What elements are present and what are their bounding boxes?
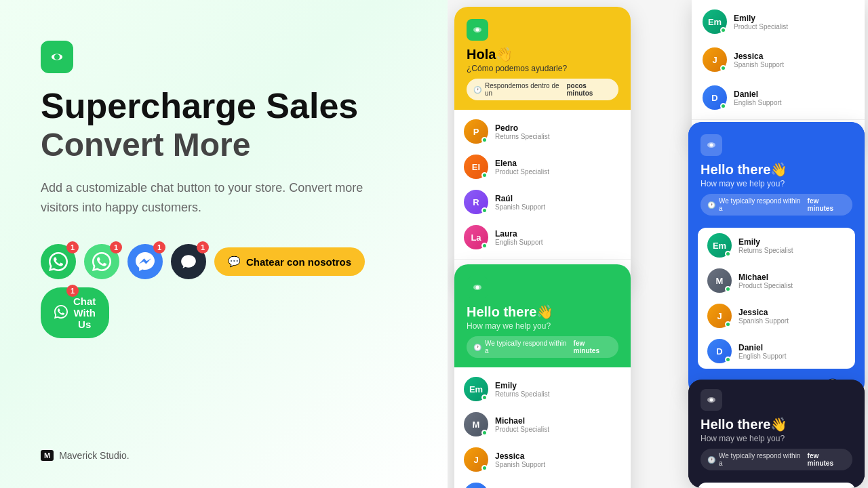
svg-point-6 xyxy=(710,144,713,147)
headline: Supercharge Sales Convert More xyxy=(41,87,407,165)
agent-elena-info: Elena Product Specialist xyxy=(495,159,549,176)
widget-yellow-agents: P Pedro Returns Specialist El Elena Prod… xyxy=(454,110,631,259)
agent-emily-d[interactable]: Em Emily Returns Specialist xyxy=(698,483,855,488)
response-bold: pocos minutos xyxy=(566,82,612,97)
agent-raul-name: Raúl xyxy=(495,194,545,203)
widget-blue: Hello there👋 How may we help you? 🕐 We t… xyxy=(688,122,865,396)
badge-2: 1 xyxy=(110,241,122,253)
agent-jessica-wt-name: Jessica xyxy=(734,52,784,61)
widget-yellow-greeting: Hola👋 xyxy=(467,46,618,62)
agent-jessica-wt-role: Spanish Support xyxy=(734,61,784,68)
agent-emily-b-name: Emily xyxy=(738,237,793,247)
widget-dark-subtitle: How may we help you? xyxy=(701,434,852,443)
agent-raul-avatar: R xyxy=(464,190,488,214)
agent-raul-role: Spanish Support xyxy=(495,203,545,211)
widget-dark: Hello there👋 How may we help you? 🕐 We t… xyxy=(688,380,865,488)
agent-daniel-g[interactable]: D Daniel English Support xyxy=(454,477,631,488)
agent-elena[interactable]: El Elena Product Specialist xyxy=(454,149,631,184)
agent-jessica-wt[interactable]: J Jessica Spanish Support xyxy=(692,41,865,79)
agent-daniel-b-avatar: D xyxy=(707,339,732,363)
agent-michael-g-name: Michael xyxy=(495,416,549,426)
clock-icon-d: 🕐 xyxy=(707,456,715,464)
agent-daniel-wt-avatar: D xyxy=(703,85,727,110)
agent-laura-name: Laura xyxy=(495,229,543,239)
agent-raul-info: Raúl Spanish Support xyxy=(495,194,545,211)
agent-daniel-b-name: Daniel xyxy=(738,343,787,352)
agent-emily-g-role: Returns Specialist xyxy=(495,390,550,398)
widget-logo-green xyxy=(467,277,488,298)
widget-dark-greeting: Hello there👋 xyxy=(701,416,852,432)
chatear-icon: 💬 xyxy=(228,256,241,268)
agent-jessica-b-avatar: J xyxy=(707,304,732,328)
agent-jessica-g-name: Jessica xyxy=(495,451,545,461)
whatsapp-icon-2[interactable]: 1 xyxy=(84,244,119,279)
agent-jessica-g-role: Spanish Support xyxy=(495,461,545,468)
agent-daniel-wt-role: English Support xyxy=(734,99,782,106)
chat-icon[interactable]: 1 xyxy=(171,244,206,279)
agent-michael-g[interactable]: M Michael Product Specialist xyxy=(454,407,631,442)
agent-daniel-g-avatar: D xyxy=(464,483,488,488)
agent-jessica-g-info: Jessica Spanish Support xyxy=(495,451,545,468)
agent-michael-b[interactable]: M Michael Product Specialist xyxy=(698,263,855,298)
agent-jessica-wt-avatar: J xyxy=(703,47,727,72)
widget-green-subtitle: How may we help you? xyxy=(467,321,618,331)
whatsapp-icon-1[interactable]: 1 xyxy=(41,244,76,279)
agent-elena-role: Product Specialist xyxy=(495,168,549,176)
agent-jessica-b-role: Spanish Support xyxy=(738,317,789,325)
agent-emily-b-info: Emily Returns Specialist xyxy=(738,237,793,254)
widget-logo-dark xyxy=(701,389,722,411)
agent-michael-b-role: Product Specialist xyxy=(738,282,793,289)
response-text-d: We typically respond within a xyxy=(719,452,804,467)
widget-green-header: Hello there👋 How may we help you? 🕐 We t… xyxy=(454,264,631,367)
agent-emily-b[interactable]: Em Emily Returns Specialist xyxy=(698,228,855,263)
widget-blue-agents-container: Em Emily Returns Specialist M Michael Pr… xyxy=(698,228,855,369)
agent-pedro-avatar: P xyxy=(464,119,488,144)
badge-3: 1 xyxy=(153,241,165,253)
agent-emily-wt[interactable]: Em Emily Product Specialist xyxy=(692,3,865,41)
widget-dark-response: 🕐 We typically respond within a few minu… xyxy=(701,449,852,470)
widget-yellow-subtitle: ¿Cómo podemos ayudarle? xyxy=(467,64,618,73)
agent-emily-wt-avatar: Em xyxy=(703,9,727,34)
badge-1: 1 xyxy=(66,241,79,253)
badge-4: 1 xyxy=(197,241,209,253)
agent-emily-wt-name: Emily xyxy=(734,14,788,23)
agent-jessica-wt-info: Jessica Spanish Support xyxy=(734,52,784,68)
widget-green-response: 🕐 We typically respond within a few minu… xyxy=(467,336,618,358)
agent-jessica-b-info: Jessica Spanish Support xyxy=(738,308,789,325)
agent-daniel-wt[interactable]: D Daniel English Support xyxy=(692,79,865,117)
agent-emily-g-info: Emily Returns Specialist xyxy=(495,381,550,398)
agent-michael-g-role: Product Specialist xyxy=(495,426,549,433)
clock-icon: 🕐 xyxy=(473,86,481,94)
agent-daniel-wt-info: Daniel English Support xyxy=(734,89,782,106)
agent-jessica-g-avatar: J xyxy=(464,447,488,472)
agent-emily-g[interactable]: Em Emily Returns Specialist xyxy=(454,371,631,407)
response-bold-b: few minutes xyxy=(808,197,846,212)
subtext: Add a customizable chat button to your s… xyxy=(41,178,366,218)
widget-dark-agents-container: Em Emily Returns Specialist xyxy=(698,483,855,488)
maverick-logo: M Maverick Studio. xyxy=(41,450,407,461)
agent-emily-wt-info: Emily Product Specialist xyxy=(734,14,788,30)
agent-laura[interactable]: La Laura English Support xyxy=(454,220,631,255)
agent-michael-g-info: Michael Product Specialist xyxy=(495,416,549,433)
chatear-button[interactable]: 💬 Chatear con nosotros xyxy=(214,247,365,276)
clock-icon-g: 🕐 xyxy=(473,344,481,351)
response-bold-g: few minutes xyxy=(574,340,612,354)
agent-laura-info: Laura English Support xyxy=(495,229,543,246)
widget-blue-response: 🕐 We typically respond within a few minu… xyxy=(701,194,852,216)
chat-with-us-label: Chat With Us xyxy=(73,296,96,330)
agent-raul[interactable]: R Raúl Spanish Support xyxy=(454,184,631,220)
agent-emily-b-avatar: Em xyxy=(707,233,732,258)
agent-emily-g-name: Emily xyxy=(495,381,550,390)
agent-daniel-b[interactable]: D Daniel English Support xyxy=(698,333,855,369)
response-text: Respondemos dentro de un xyxy=(485,82,563,97)
agent-elena-avatar: El xyxy=(464,155,488,179)
agent-jessica-g[interactable]: J Jessica Spanish Support xyxy=(454,442,631,477)
messenger-icon[interactable]: 1 xyxy=(127,244,163,279)
widget-green-agents: Em Emily Returns Specialist M Michael Pr… xyxy=(454,367,631,488)
agent-jessica-b[interactable]: J Jessica Spanish Support xyxy=(698,298,855,333)
agent-emily-g-avatar: Em xyxy=(464,377,488,401)
widget-blue-subtitle: How may we help you? xyxy=(701,179,852,188)
maverick-icon: M xyxy=(41,450,54,461)
agent-pedro-name: Pedro xyxy=(495,123,550,133)
agent-pedro[interactable]: P Pedro Returns Specialist xyxy=(454,114,631,149)
